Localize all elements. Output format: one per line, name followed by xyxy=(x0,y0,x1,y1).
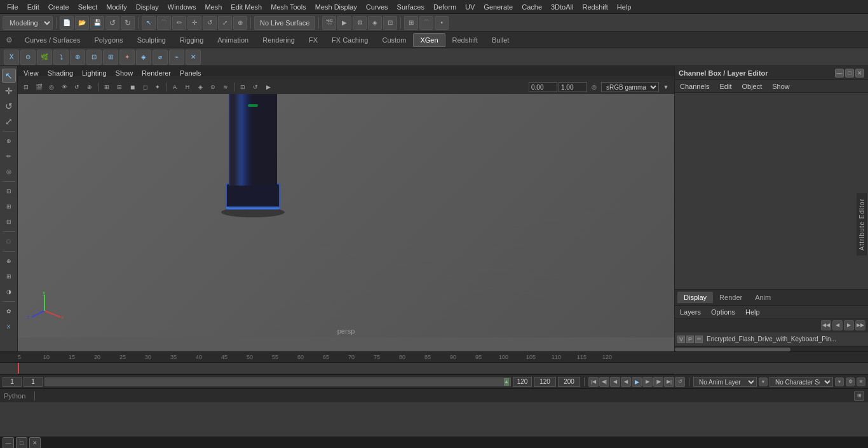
playback-prev-frame[interactable]: ◀ xyxy=(610,377,620,387)
layers-scrollbar[interactable] xyxy=(675,346,868,351)
tab-fx-caching[interactable]: FX Caching xyxy=(325,33,375,47)
rotate-btn[interactable]: ↺ xyxy=(203,16,217,30)
max-range-input[interactable] xyxy=(534,377,556,387)
soft-mod-btn[interactable]: ⊛ xyxy=(2,134,16,148)
tab-sculpting[interactable]: Sculpting xyxy=(130,33,173,47)
model-3d-object[interactable] xyxy=(183,94,323,222)
layers-menu-options[interactable]: Options xyxy=(709,307,738,317)
menu-display[interactable]: Display xyxy=(132,2,163,12)
layers-menu-layers[interactable]: Layers xyxy=(677,307,703,317)
region-select-btn[interactable]: □ xyxy=(2,234,16,248)
character-set-arrow[interactable]: ▼ xyxy=(835,377,844,386)
menu-create[interactable]: Create xyxy=(44,2,74,12)
render-btn[interactable]: 🎬 xyxy=(322,16,336,30)
tab-display[interactable]: Display xyxy=(677,292,713,303)
tab-custom[interactable]: Custom xyxy=(376,33,414,47)
menu-help[interactable]: Help xyxy=(613,2,636,12)
channel-box-expand-btn[interactable]: □ xyxy=(845,69,854,78)
tab-render[interactable]: Render xyxy=(713,292,749,303)
xform-btn[interactable]: ⊕ xyxy=(2,254,16,268)
menu-select[interactable]: Select xyxy=(74,2,102,12)
shelf-icon-4[interactable]: ⤵ xyxy=(53,50,69,65)
redo-btn[interactable]: ↻ xyxy=(121,16,135,30)
vp-screen-icon[interactable]: ⊡ xyxy=(237,81,248,93)
shelf-icon-8[interactable]: ✦ xyxy=(119,50,135,65)
playback-play-reverse[interactable]: ◀ xyxy=(621,377,631,387)
playback-next-frame[interactable]: ▶ xyxy=(642,377,653,387)
paint-btn[interactable]: ✿ xyxy=(2,304,16,318)
cbm-object[interactable]: Object xyxy=(739,81,764,92)
lasso-btn[interactable]: ⌒ xyxy=(157,16,171,30)
cbm-channels[interactable]: Channels xyxy=(677,81,712,92)
snap-curve-btn[interactable]: ⌒ xyxy=(419,16,433,30)
tab-animation[interactable]: Animation xyxy=(210,33,255,47)
vp-play-icon[interactable]: ▶ xyxy=(262,81,274,93)
window-restore-btn[interactable]: □ xyxy=(16,437,27,449)
vp-hud-icon[interactable]: H xyxy=(182,81,193,93)
vp-gamma-input2[interactable] xyxy=(559,82,587,92)
shelf-icon-7[interactable]: ⊞ xyxy=(103,50,118,65)
tab-rendering[interactable]: Rendering xyxy=(255,33,302,47)
character-set-dropdown[interactable]: No Character Set xyxy=(770,377,833,387)
show-manip-btn[interactable]: ◎ xyxy=(2,165,16,179)
python-input[interactable] xyxy=(39,392,854,400)
vp-menu-lighting[interactable]: Lighting xyxy=(79,68,110,78)
move-tool-btn[interactable]: ✛ xyxy=(2,84,16,98)
timeline-track[interactable] xyxy=(18,363,674,374)
menu-uv[interactable]: UV xyxy=(461,2,479,12)
tab-polygons[interactable]: Polygons xyxy=(87,33,130,47)
vp-menu-show[interactable]: Show xyxy=(112,68,137,78)
scale-tool-btn[interactable]: ⤢ xyxy=(2,114,16,128)
range-end-input[interactable] xyxy=(513,377,532,387)
vp-refresh-icon[interactable]: ↺ xyxy=(250,81,261,93)
layers-nav-first[interactable]: ◀◀ xyxy=(821,320,831,330)
tab-fx[interactable]: FX xyxy=(302,33,325,47)
snap-grid-btn2[interactable]: ⊟ xyxy=(2,215,16,229)
shelf-icon-5[interactable]: ⊕ xyxy=(70,50,85,65)
menu-generate[interactable]: Generate xyxy=(479,2,517,12)
snap-surface-btn[interactable]: ⊞ xyxy=(2,200,16,214)
universal-manip-btn[interactable]: ⊕ xyxy=(233,16,247,30)
tab-redshift[interactable]: Redshift xyxy=(445,33,485,47)
menu-mesh[interactable]: Mesh xyxy=(200,2,226,12)
layer-vis-v[interactable]: V xyxy=(677,336,685,343)
menu-deform[interactable]: Deform xyxy=(429,2,461,12)
select-btn[interactable]: ↖ xyxy=(142,16,156,30)
vp-xray-icon[interactable]: ◻ xyxy=(139,81,151,93)
grid-btn[interactable]: ⊞ xyxy=(2,269,16,283)
shelf-icon-9[interactable]: ◈ xyxy=(136,50,151,65)
vp-menu-shading[interactable]: Shading xyxy=(44,68,76,78)
shelf-icon-12[interactable]: ✕ xyxy=(186,50,201,65)
vp-grid-icon[interactable]: ⊞ xyxy=(101,81,112,93)
menu-cache[interactable]: Cache xyxy=(517,2,546,12)
menu-edit[interactable]: Edit xyxy=(23,2,44,12)
paint-sel-btn[interactable]: ✏ xyxy=(172,16,186,30)
menu-3dto[interactable]: 3DtoAll xyxy=(546,2,578,12)
tab-anim[interactable]: Anim xyxy=(749,292,777,303)
layers-nav-last[interactable]: ▶▶ xyxy=(855,320,865,330)
vp-gamma-input1[interactable] xyxy=(529,82,557,92)
save-scene-btn[interactable]: 💾 xyxy=(90,16,104,30)
menu-mesh-display[interactable]: Mesh Display xyxy=(311,2,362,12)
menu-mesh-tools[interactable]: Mesh Tools xyxy=(266,2,310,12)
move-btn[interactable]: ✛ xyxy=(187,16,201,30)
workflow-settings-icon[interactable]: ⚙ xyxy=(3,34,15,46)
vp-wire-icon[interactable]: ⊟ xyxy=(114,81,125,93)
render-settings-btn[interactable]: ⚙ xyxy=(353,16,367,30)
menu-modify[interactable]: Modify xyxy=(102,2,131,12)
window-close-btn[interactable]: ✕ xyxy=(29,437,41,449)
vp-dof-icon[interactable]: ⊙ xyxy=(207,81,219,93)
nodeEditor-btn[interactable]: ⊡ xyxy=(383,16,397,30)
display-toggle-btn[interactable]: ◑ xyxy=(2,285,16,299)
open-scene-btn[interactable]: 📂 xyxy=(75,16,89,30)
vp-sync-icon[interactable]: ↺ xyxy=(71,81,83,93)
shelf-icon-10[interactable]: ⌀ xyxy=(153,50,168,65)
menu-file[interactable]: File xyxy=(3,2,23,12)
vp-camera-icon[interactable]: ⊡ xyxy=(20,81,32,93)
attribute-editor-side-label[interactable]: Attribute Editor xyxy=(857,193,868,255)
python-expand-icon[interactable]: ⊞ xyxy=(854,391,864,401)
tab-rigging[interactable]: Rigging xyxy=(173,33,210,47)
playback-go-end[interactable]: ▶| xyxy=(664,377,674,387)
vp-occ-icon[interactable]: ◈ xyxy=(194,81,206,93)
range-start-input[interactable] xyxy=(24,377,43,387)
